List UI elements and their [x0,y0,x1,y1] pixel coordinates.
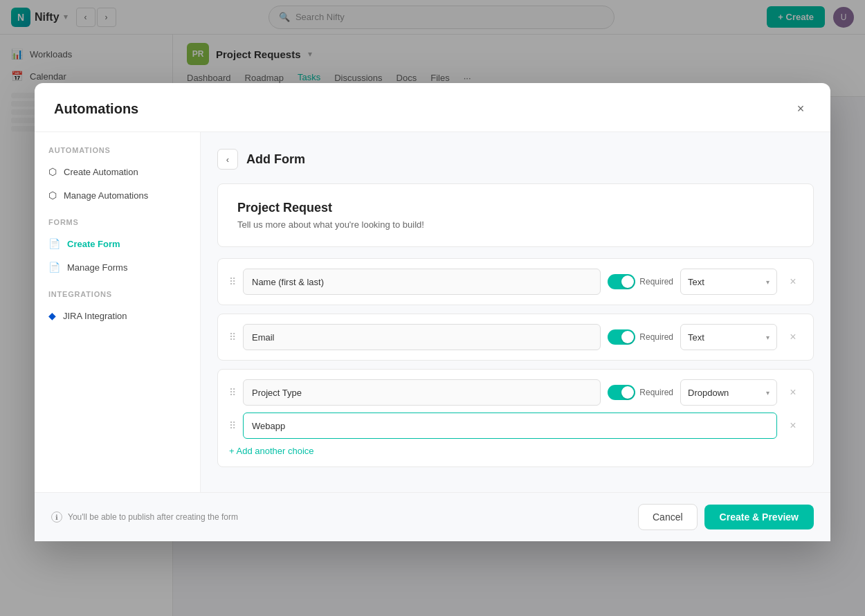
modal-sidebar: AUTOMATIONS ⬡ Create Automation ⬡ Manage… [35,132,201,492]
toggle-3[interactable] [608,385,635,400]
toggle-knob-3 [621,386,634,399]
modal-body: AUTOMATIONS ⬡ Create Automation ⬡ Manage… [35,132,830,492]
modal-title: Automations [54,101,138,117]
field-type-select-2[interactable]: Text ▾ [680,324,777,350]
field-input-project-type[interactable] [243,379,601,406]
drag-handle-2[interactable]: ⠿ [229,332,236,343]
field-remove-button-1[interactable]: × [784,273,802,291]
field-remove-button-2[interactable]: × [784,328,802,346]
field-type-select-1[interactable]: Text ▾ [680,269,777,295]
required-label-2: Required [639,332,673,342]
form-field-project-type-row: ⠿ Required Dropdown ▾ × [229,379,802,406]
required-toggle-2: Required [608,329,673,345]
form-preview-title: Project Request [237,201,794,215]
form-field-name: ⠿ Required Text ▾ × [217,258,814,305]
modal-header: Automations × [35,83,830,132]
drag-handle-3[interactable]: ⠿ [229,387,236,398]
sidebar-item-create-automation[interactable]: ⬡ Create Automation [35,160,200,183]
add-choice-link[interactable]: + Add another choice [229,446,314,456]
form-field-name-row: ⠿ Required Text ▾ × [229,269,802,295]
required-label-1: Required [639,277,673,287]
create-preview-button[interactable]: Create & Preview [704,505,814,529]
modal-close-button[interactable]: × [790,98,811,119]
field-type-value-3: Dropdown [688,388,729,398]
form-icon-2: 📄 [48,262,60,273]
drag-handle-option-1[interactable]: ⠿ [229,420,236,431]
footer-info-text: You'll be able to publish after creating… [68,512,238,522]
sidebar-item-manage-automations[interactable]: ⬡ Manage Automations [35,183,200,207]
toggle-2[interactable] [608,329,635,345]
footer-info: ℹ You'll be able to publish after creati… [51,511,238,523]
field-type-select-3[interactable]: Dropdown ▾ [680,379,777,406]
automation-icon-2: ⬡ [48,190,57,201]
sidebar-heading-automations: AUTOMATIONS [35,146,200,154]
field-type-value-2: Text [688,332,704,343]
info-icon: ℹ [51,511,62,523]
required-label-3: Required [639,388,673,397]
dropdown-option-remove-1[interactable]: × [784,417,802,435]
sidebar-label-jira: JIRA Integration [63,311,127,321]
jira-icon: ◆ [48,310,56,321]
sidebar-heading-forms: FORMS [35,218,200,226]
sidebar-label-create-automation: Create Automation [64,167,138,177]
sidebar-label-manage-forms: Manage Forms [67,262,127,273]
sidebar-section-forms: FORMS 📄 Create Form 📄 Manage Forms [35,218,200,279]
toggle-knob-1 [621,275,634,288]
field-input-email[interactable] [243,324,601,350]
required-toggle-1: Required [608,274,673,289]
dropdown-option-row-1: ⠿ × [229,413,802,439]
back-button[interactable]: ‹ [217,149,238,170]
required-toggle-3: Required [608,385,673,400]
automations-modal: Automations × AUTOMATIONS ⬡ Create Autom… [35,83,830,541]
add-form-header: ‹ Add Form [217,149,814,170]
footer-actions: Cancel Create & Preview [638,504,814,530]
field-type-value-1: Text [688,277,704,287]
field-remove-button-3[interactable]: × [784,383,802,401]
form-field-project-type: ⠿ Required Dropdown ▾ × [217,369,814,467]
add-form-title: Add Form [246,152,305,167]
sidebar-item-create-form[interactable]: 📄 Create Form [35,232,200,255]
sidebar-section-integrations: INTEGRATIONS ◆ JIRA Integration [35,290,200,327]
chevron-down-icon: ▾ [766,389,770,397]
form-field-email: ⠿ Required Text ▾ × [217,314,814,361]
modal-main-content: ‹ Add Form Project Request Tell us more … [201,132,830,492]
sidebar-section-automations: AUTOMATIONS ⬡ Create Automation ⬡ Manage… [35,146,200,207]
form-field-email-row: ⠿ Required Text ▾ × [229,324,802,350]
toggle-1[interactable] [608,274,635,289]
sidebar-label-create-form: Create Form [67,239,120,249]
automation-icon-1: ⬡ [48,166,57,177]
chevron-down-icon: ▾ [766,278,770,286]
sidebar-label-manage-automations: Manage Automations [64,190,148,201]
sidebar-item-jira[interactable]: ◆ JIRA Integration [35,304,200,327]
toggle-knob-2 [621,331,634,343]
cancel-button[interactable]: Cancel [638,504,698,530]
sidebar-item-manage-forms[interactable]: 📄 Manage Forms [35,255,200,279]
form-preview-card: Project Request Tell us more about what … [217,183,814,247]
drag-handle-1[interactable]: ⠿ [229,276,236,287]
modal-footer: ℹ You'll be able to publish after creati… [35,492,830,541]
form-preview-subtitle: Tell us more about what you're looking t… [237,219,794,230]
form-icon-1: 📄 [48,238,60,249]
field-input-name[interactable] [243,269,601,295]
sidebar-heading-integrations: INTEGRATIONS [35,290,200,298]
dropdown-option-input-1[interactable] [243,413,777,439]
chevron-down-icon: ▾ [766,334,770,341]
